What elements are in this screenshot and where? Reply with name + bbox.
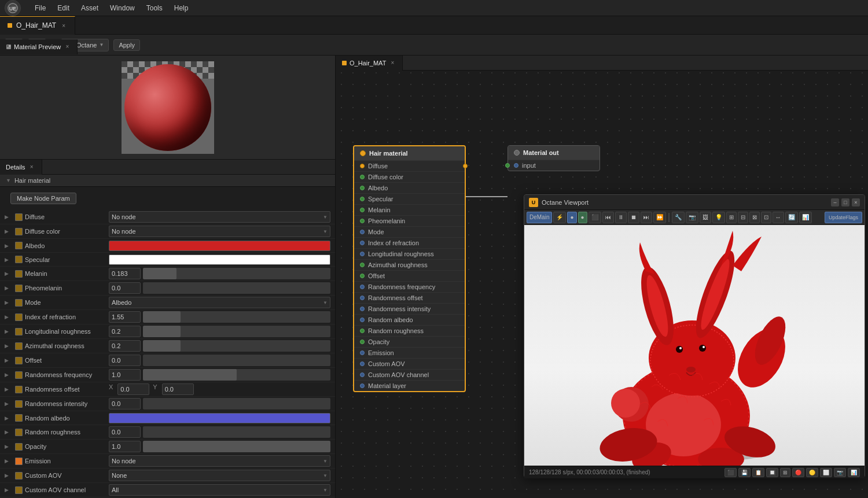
vp-status-btn-4[interactable]: 🔲 bbox=[766, 468, 778, 477]
vp-btn-8[interactable]: ⏭ bbox=[641, 212, 652, 223]
hair-pin-1[interactable] bbox=[360, 175, 365, 179]
details-tab[interactable]: Details × bbox=[0, 160, 42, 175]
prop-input-azim_rough[interactable]: 0.2 bbox=[109, 340, 141, 352]
vp-btn-19[interactable]: 🔄 bbox=[785, 212, 798, 223]
prop-expand-arrow-rand_offset[interactable]: ▶ bbox=[5, 386, 12, 392]
prop-dropdown-emission[interactable]: No node▼ bbox=[109, 455, 330, 467]
material-out-node[interactable]: Material out input bbox=[507, 145, 600, 171]
material-preview-tab-close[interactable]: × bbox=[63, 43, 71, 51]
vp-btn-5[interactable]: ⏮ bbox=[602, 212, 614, 223]
viewport-minimize-btn[interactable]: – bbox=[831, 198, 839, 206]
hair-pin-12[interactable] bbox=[360, 296, 365, 300]
vp-update-flags-btn[interactable]: UpdateFlags bbox=[825, 212, 862, 223]
prop-slider-rand_rough[interactable] bbox=[143, 426, 330, 438]
vp-status-btn-7[interactable]: 🟡 bbox=[806, 468, 818, 477]
material-preview-tab[interactable]: Material Preview × bbox=[0, 39, 78, 54]
prop-expand-arrow-melanin[interactable]: ▶ bbox=[5, 271, 12, 276]
prop-input-pheomelanin[interactable]: 0.0 bbox=[109, 282, 141, 294]
vp-status-btn-5[interactable]: ⊞ bbox=[780, 468, 790, 477]
apply-button[interactable]: Apply bbox=[113, 39, 140, 51]
prop-expand-arrow-specular[interactable]: ▶ bbox=[5, 257, 12, 263]
hair-pin-0[interactable] bbox=[360, 164, 365, 168]
hair-pin-right-0[interactable] bbox=[463, 164, 468, 168]
vp-btn-2[interactable]: ● bbox=[567, 212, 576, 223]
hair-pin-19[interactable] bbox=[360, 372, 365, 377]
prop-y-input-rand_offset[interactable]: 0.0 bbox=[162, 383, 194, 395]
prop-color-bar-specular[interactable] bbox=[109, 254, 330, 265]
vp-status-btn-3[interactable]: 📋 bbox=[752, 468, 764, 477]
prop-expand-arrow-diffuse_color[interactable]: ▶ bbox=[5, 228, 12, 234]
prop-input-offset[interactable]: 0.0 bbox=[109, 355, 141, 366]
prop-expand-arrow-rand_albedo[interactable]: ▶ bbox=[5, 415, 12, 421]
vp-btn-3[interactable]: ● bbox=[578, 212, 587, 223]
prop-expand-arrow-long_rough[interactable]: ▶ bbox=[5, 329, 12, 334]
vp-btn-9[interactable]: ⏩ bbox=[653, 212, 666, 223]
hair-pin-15[interactable] bbox=[360, 329, 365, 333]
vp-btn-13[interactable]: 💡 bbox=[712, 212, 725, 223]
vp-status-btn-10[interactable]: 📊 bbox=[848, 468, 860, 477]
vp-btn-18[interactable]: ↔ bbox=[773, 212, 784, 223]
vp-status-btn-2[interactable]: 💾 bbox=[738, 468, 751, 477]
file-tab-close[interactable]: × bbox=[60, 21, 68, 29]
prop-expand-arrow-ior[interactable]: ▶ bbox=[5, 314, 12, 320]
file-tab-o-hair-mat[interactable]: O_Hair_MAT × bbox=[0, 16, 75, 35]
prop-dropdown-custom_aov[interactable]: None▼ bbox=[109, 470, 330, 481]
prop-expand-arrow-pheomelanin[interactable]: ▶ bbox=[5, 285, 12, 291]
vp-btn-12[interactable]: 🖼 bbox=[700, 212, 711, 223]
vp-status-btn-1[interactable]: ⬛ bbox=[724, 468, 737, 477]
hair-pin-14[interactable] bbox=[360, 318, 365, 322]
prop-expand-arrow-rand_freq[interactable]: ▶ bbox=[5, 372, 12, 378]
prop-slider-offset[interactable] bbox=[143, 355, 330, 366]
menu-help[interactable]: Help bbox=[170, 3, 193, 13]
viewport-close-btn[interactable]: × bbox=[852, 198, 860, 206]
node-tab-o-hair-mat[interactable]: O_Hair_MAT × bbox=[336, 56, 403, 71]
prop-input-melanin[interactable]: 0.183 bbox=[109, 268, 141, 279]
prop-dropdown-diffuse[interactable]: No node▼ bbox=[109, 211, 330, 223]
menu-edit[interactable]: Edit bbox=[53, 3, 74, 13]
prop-slider-azim_rough[interactable] bbox=[143, 340, 330, 352]
hair-pin-4[interactable] bbox=[360, 208, 365, 212]
hair-material-node[interactable]: Hair material DiffuseDiffuse colorAlbedo… bbox=[353, 145, 466, 392]
hair-pin-11[interactable] bbox=[360, 285, 365, 289]
hair-pin-2[interactable] bbox=[360, 186, 365, 190]
prop-expand-arrow-rand_intensity[interactable]: ▶ bbox=[5, 401, 12, 407]
hair-pin-9[interactable] bbox=[360, 263, 365, 267]
vp-demain-btn[interactable]: DeMain bbox=[527, 212, 552, 223]
menu-asset[interactable]: Asset bbox=[76, 3, 103, 13]
prop-expand-arrow-opacity[interactable]: ▶ bbox=[5, 444, 12, 449]
prop-expand-arrow-custom_aov[interactable]: ▶ bbox=[5, 473, 12, 478]
vp-btn-11[interactable]: 📷 bbox=[686, 212, 698, 223]
prop-slider-opacity[interactable] bbox=[143, 441, 330, 452]
hair-pin-13[interactable] bbox=[360, 307, 365, 311]
prop-input-rand_freq[interactable]: 1.0 bbox=[109, 369, 141, 381]
vp-btn-14[interactable]: ⊞ bbox=[726, 212, 737, 223]
prop-slider-rand_freq[interactable] bbox=[143, 369, 330, 381]
vp-btn-10[interactable]: 🔧 bbox=[672, 212, 685, 223]
vp-status-btn-8[interactable]: ⬜ bbox=[820, 468, 832, 477]
prop-expand-arrow-diffuse[interactable]: ▶ bbox=[5, 214, 12, 220]
vp-btn-17[interactable]: ⊡ bbox=[761, 212, 771, 223]
prop-input-rand_intensity[interactable]: 0.0 bbox=[109, 398, 141, 410]
make-node-param-button[interactable]: Make Node Param bbox=[10, 193, 76, 204]
prop-input-rand_rough[interactable]: 0.0 bbox=[109, 426, 141, 438]
hair-pin-3[interactable] bbox=[360, 197, 365, 201]
prop-color-bar-rand_albedo[interactable] bbox=[109, 413, 330, 423]
vp-btn-6[interactable]: ⏸ bbox=[615, 212, 627, 223]
hair-pin-6[interactable] bbox=[360, 230, 365, 234]
menu-file[interactable]: File bbox=[30, 3, 50, 13]
viewport-maximize-btn[interactable]: □ bbox=[841, 198, 849, 206]
prop-expand-arrow-rand_rough[interactable]: ▶ bbox=[5, 429, 12, 435]
prop-dropdown-mode[interactable]: Albedo▼ bbox=[109, 297, 330, 308]
vp-btn-15[interactable]: ⊟ bbox=[738, 212, 748, 223]
prop-expand-arrow-offset[interactable]: ▶ bbox=[5, 357, 12, 363]
prop-slider-rand_intensity[interactable] bbox=[143, 398, 330, 410]
prop-input-ior[interactable]: 1.55 bbox=[109, 311, 141, 323]
prop-x-input-rand_offset[interactable]: 0.0 bbox=[117, 383, 149, 395]
vp-status-btn-9[interactable]: 📷 bbox=[834, 468, 846, 477]
vp-btn-7[interactable]: ⏹ bbox=[628, 212, 639, 223]
vp-btn-20[interactable]: 📊 bbox=[799, 212, 812, 223]
details-tab-close[interactable]: × bbox=[28, 163, 36, 171]
vp-btn-16[interactable]: ⊠ bbox=[749, 212, 760, 223]
hair-pin-16[interactable] bbox=[360, 340, 365, 344]
prop-expand-arrow-custom_aov_ch[interactable]: ▶ bbox=[5, 487, 12, 493]
